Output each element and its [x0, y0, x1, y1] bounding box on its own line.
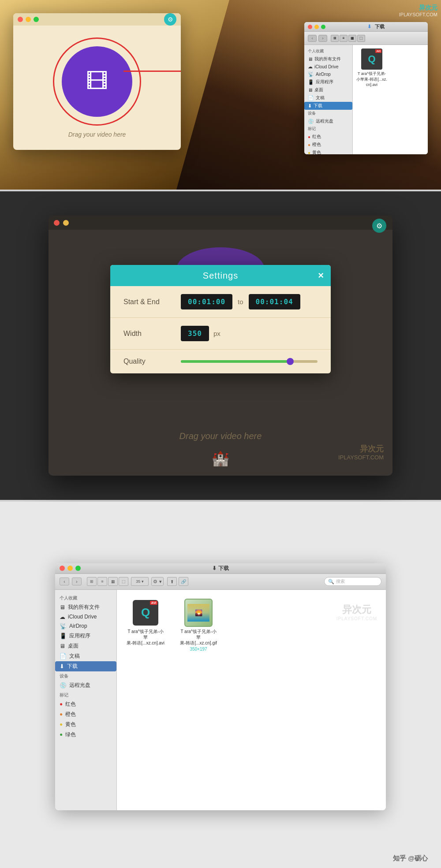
- app-window-2: ⚙ Settings × Start & End 00:01:00 to: [49, 216, 392, 476]
- traffic-light-green[interactable]: [34, 17, 39, 22]
- drop-zone-inner-circle[interactable]: 🎞: [62, 46, 132, 117]
- view-icon-btn[interactable]: ⊞: [331, 35, 339, 42]
- finder-tl-green[interactable]: [321, 25, 325, 29]
- start-end-label: Start & End: [123, 298, 181, 306]
- sidebar-item-downloads[interactable]: ⬇下载: [304, 102, 352, 110]
- window2-content: Settings × Start & End 00:01:00 to 00:01…: [49, 230, 392, 476]
- finder2-tl-green[interactable]: [75, 566, 81, 571]
- finder2-title-icon: ⬇: [212, 565, 217, 571]
- traffic-light-red[interactable]: [18, 17, 23, 22]
- finder2-tl-red[interactable]: [60, 566, 65, 571]
- settings-close-button[interactable]: ×: [318, 270, 324, 281]
- f2-sidebar-tag-orange[interactable]: ●橙色: [55, 709, 116, 719]
- settings-header: Settings ×: [110, 265, 331, 286]
- sidebar-item-desktop[interactable]: 🖥桌面: [304, 86, 352, 94]
- f2-sidebar-airdrop[interactable]: 📡AirDrop: [55, 622, 116, 631]
- finder-back-btn[interactable]: ‹: [308, 35, 317, 42]
- view-cover-btn-2[interactable]: ⬚: [119, 577, 128, 586]
- start-time-value[interactable]: 00:01:00: [181, 294, 232, 309]
- settings-row-time: Start & End 00:01:00 to 00:01:04: [110, 286, 331, 318]
- finder2-main-watermark: 异次元 IPLAYSOFT.COM: [336, 603, 377, 621]
- window2-tl-yellow[interactable]: [63, 220, 69, 226]
- view-icon-btn-2[interactable]: ⊞: [87, 577, 97, 586]
- app-content-1: 🎞 Drag your video here: [13, 26, 181, 150]
- sidebar-item-apps[interactable]: 📱应用程序: [304, 78, 352, 86]
- f2-sidebar-apps[interactable]: 📱应用程序: [55, 631, 116, 641]
- section2: ⚙ Settings × Start & End 00:01:00 to: [0, 191, 441, 500]
- width-label: Width: [123, 330, 181, 338]
- settings-row-width: Width 350 px: [110, 318, 331, 350]
- quality-thumb[interactable]: [287, 358, 294, 365]
- watermark2-main: 异次元: [338, 444, 384, 454]
- view-col-btn-2[interactable]: ▦: [108, 577, 118, 586]
- sidebar-item-tag-red[interactable]: ●红色: [304, 133, 352, 141]
- finder2-file-avi[interactable]: Q AVI T ara^筷子兄弟-小苹果-韩语[...xz.cn].avi: [126, 599, 165, 646]
- drop-zone-outer-circle[interactable]: 🎞: [53, 37, 141, 126]
- sidebar-item-tag-orange[interactable]: ●橙色: [304, 141, 352, 149]
- page-watermark: 知乎 @砺心: [393, 854, 428, 863]
- finder2-view-buttons: ⊞ ≡ ▦ ⬚: [87, 577, 128, 586]
- finder2-forward-btn[interactable]: ›: [72, 577, 82, 585]
- finder2-search[interactable]: 🔍 搜索: [324, 577, 381, 586]
- f2-sidebar-tag-red[interactable]: ●红色: [55, 699, 116, 709]
- view-list-btn[interactable]: ≡: [340, 35, 348, 42]
- sidebar-item-docs[interactable]: 📄文稿: [304, 94, 352, 102]
- section1: 异次元 IPLAYSOFT.COM ⚙ 🎞 Drag your video he…: [0, 0, 441, 190]
- f2-sidebar-desktop[interactable]: 🖥桌面: [55, 641, 116, 651]
- finder2-title: ⬇ 下载: [212, 565, 229, 572]
- f2-sidebar-downloads[interactable]: ⬇下载: [55, 661, 116, 671]
- finder2-titlebar: ⬇ 下载: [55, 563, 386, 574]
- finder2-sidebar: 个人收藏 🖥我的所有文件 ☁iCloud Drive 📡AirDrop 📱应用程…: [55, 590, 117, 810]
- window2-watermark: 异次元 IPLAYSOFT.COM: [338, 444, 384, 462]
- view-list-btn-2[interactable]: ≡: [97, 577, 107, 586]
- finder-tl-red[interactable]: [308, 25, 312, 29]
- finder2-title-text-label: 下载: [218, 565, 229, 572]
- drag-text-1: Drag your video here: [68, 131, 126, 138]
- window2-tl-red[interactable]: [54, 220, 60, 226]
- app-window-1: ⚙ 🎞 Drag your video here: [13, 13, 181, 150]
- sidebar-item-airdrop[interactable]: 📡AirDrop: [304, 71, 352, 78]
- f2-sidebar-icloud[interactable]: ☁iCloud Drive: [55, 612, 116, 622]
- gear-button[interactable]: ⚙: [164, 13, 176, 26]
- finder2-wm-sub: IPLAYSOFT.COM: [336, 616, 377, 621]
- traffic-light-yellow[interactable]: [26, 17, 31, 22]
- finder2-action-btns: ⬆ 🔗: [167, 577, 188, 586]
- sidebar-item-tag-yellow[interactable]: ●黄色: [304, 149, 352, 154]
- f2-sidebar-docs[interactable]: 📄文稿: [55, 651, 116, 661]
- link-btn[interactable]: 🔗: [179, 577, 188, 586]
- finder-window-2: ⬇ 下载 ‹ › ⊞ ≡ ▦ ⬚ 35 ▾ ⚙ ▾ ⬆ 🔗 🔍 搜索: [55, 563, 386, 810]
- finder1-file-avi[interactable]: Q AVI T ara^筷子兄弟-小苹果-韩语[...xz.cn].avi: [356, 48, 387, 87]
- red-arrow: [123, 71, 181, 72]
- f2-sidebar-remote[interactable]: 💿远程光盘: [55, 680, 116, 690]
- end-time-value[interactable]: 00:01:04: [249, 294, 300, 309]
- view-col-btn[interactable]: ▦: [348, 35, 356, 42]
- sidebar-item-remotedisk[interactable]: 💿远程光盘: [304, 117, 352, 125]
- finder2-back-btn[interactable]: ‹: [60, 577, 69, 585]
- settings-modal: Settings × Start & End 00:01:00 to 00:01…: [110, 265, 331, 373]
- finder1-sidebar: 个人收藏 🖥我的所有文件 ☁iCloud Drive 📡AirDrop 📱应用程…: [304, 45, 353, 154]
- finder-tl-yellow[interactable]: [314, 25, 319, 29]
- finder2-body: 个人收藏 🖥我的所有文件 ☁iCloud Drive 📡AirDrop 📱应用程…: [55, 590, 386, 810]
- finder-forward-btn[interactable]: ›: [318, 35, 327, 42]
- window2-titlebar: ⚙: [49, 216, 392, 230]
- quality-slider-track[interactable]: [181, 360, 318, 363]
- f2-section-device: 设备: [55, 671, 116, 680]
- width-value[interactable]: 350: [181, 326, 209, 341]
- settings-title: Settings: [203, 271, 238, 281]
- f2-sidebar-tag-yellow[interactable]: ●黄色: [55, 719, 116, 730]
- f2-sidebar-allfiles[interactable]: 🖥我的所有文件: [55, 602, 116, 612]
- share-btn[interactable]: ⬆: [167, 577, 177, 586]
- sidebar-item-allfiles[interactable]: 🖥我的所有文件: [304, 55, 352, 63]
- quality-label: Quality: [123, 358, 181, 365]
- page-watermark-text: 知乎 @砺心: [393, 854, 428, 863]
- finder2-tl-yellow[interactable]: [67, 566, 73, 571]
- finder2-file-gif[interactable]: 🌄 T ara^筷子兄弟-小苹果-韩语[...xz.cn].gif 350×19…: [179, 599, 218, 652]
- view-cover-btn[interactable]: ⬚: [357, 35, 365, 42]
- finder2-gear-btn[interactable]: ⚙ ▾: [151, 577, 164, 586]
- finder2-gif-name: T ara^筷子兄弟-小苹果-韩语[...xz.cn].gif: [179, 629, 218, 646]
- count-badge: 35 ▾: [131, 577, 149, 586]
- f2-sidebar-tag-green[interactable]: ●绿色: [55, 730, 116, 740]
- sidebar-item-icloud[interactable]: ☁iCloud Drive: [304, 63, 352, 71]
- f2-section-personal: 个人收藏: [55, 593, 116, 602]
- window1-titlebar: ⚙: [13, 13, 181, 26]
